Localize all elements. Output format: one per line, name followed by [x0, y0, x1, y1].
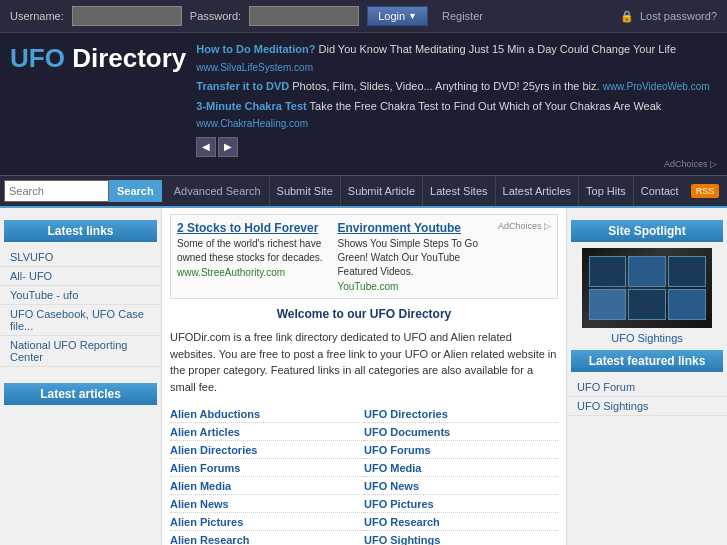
main-content: Latest links SLVUFO All- UFO YouTube - u…	[0, 208, 727, 545]
content-ad-0: 2 Stocks to Hold Forever Some of the wor…	[177, 221, 329, 292]
submit-article-link[interactable]: Submit Article	[340, 176, 422, 206]
ad-url-2[interactable]: www.ProVideoWeb.com	[603, 81, 710, 92]
cat-ufo-sightings[interactable]: UFO Sightings	[364, 531, 558, 545]
content-ad-url-0: www.StreeAuthority.com	[177, 267, 329, 278]
password-label: Password:	[190, 10, 241, 22]
contact-link[interactable]: Contact	[633, 176, 686, 206]
cat-ufo-directories[interactable]: UFO Directories	[364, 405, 558, 423]
cat-alien-news[interactable]: Alien News	[170, 495, 364, 513]
sidebar-link-3[interactable]: UFO Casebook, UFO Case file...	[0, 305, 161, 336]
cat-alien-research[interactable]: Alien Research	[170, 531, 364, 545]
content-ad-url-1: YouTube.com	[337, 281, 489, 292]
content-ad-title-1[interactable]: Environment Youtube	[337, 221, 489, 235]
search-box: Search	[0, 176, 166, 206]
ad-text-2: Photos, Film, Slides, Video... Anything …	[292, 80, 599, 92]
sidebar-link-0[interactable]: SLVUFO	[0, 248, 161, 267]
ad-url-1[interactable]: www.SilvaLifeSystem.com	[196, 62, 313, 73]
latest-links-title[interactable]: Latest links	[4, 220, 157, 242]
navbar: Search Advanced Search Submit Site Submi…	[0, 175, 727, 208]
spotlight-cell-4	[589, 289, 627, 320]
lost-password-link[interactable]: 🔒 Lost password?	[620, 10, 717, 23]
logo-directory: Directory	[72, 43, 186, 73]
categories-left: Alien Abductions Alien Articles Alien Di…	[170, 405, 364, 545]
username-input[interactable]	[72, 6, 182, 26]
cat-ufo-documents[interactable]: UFO Documents	[364, 423, 558, 441]
login-button[interactable]: Login ▼	[367, 6, 428, 26]
categories: Alien Abductions Alien Articles Alien Di…	[170, 405, 558, 545]
right-sidebar: Site Spotlight UFO Sightings Latest feat…	[567, 208, 727, 545]
spotlight-cell-2	[628, 256, 666, 287]
prev-arrow[interactable]: ◀	[196, 137, 216, 157]
spotlight-image[interactable]	[582, 248, 712, 328]
cat-ufo-research[interactable]: UFO Research	[364, 513, 558, 531]
ad-title-2: Transfer it to DVD	[196, 80, 289, 92]
site-logo: UFO Directory	[10, 41, 186, 171]
spotlight-title: Site Spotlight	[571, 220, 723, 242]
cat-alien-directories[interactable]: Alien Directories	[170, 441, 364, 459]
submit-site-link[interactable]: Submit Site	[269, 176, 340, 206]
spotlight-cell-1	[589, 256, 627, 287]
search-button[interactable]: Search	[109, 180, 162, 202]
center-content: 2 Stocks to Hold Forever Some of the wor…	[162, 208, 567, 545]
sidebar-link-4[interactable]: National UFO Reporting Center	[0, 336, 161, 367]
logo-ufo: UFO	[10, 43, 65, 73]
cat-ufo-media[interactable]: UFO Media	[364, 459, 558, 477]
ad-text-3: Take the Free Chakra Test to Find Out Wh…	[310, 100, 662, 112]
rss-icon[interactable]: RSS	[691, 184, 720, 198]
ad-title-1: How to Do Meditation?	[196, 43, 315, 55]
banner-ads: How to Do Meditation? Did You Know That …	[196, 41, 717, 171]
search-input[interactable]	[4, 180, 109, 202]
spotlight-grid	[589, 256, 706, 320]
cat-alien-forums[interactable]: Alien Forums	[170, 459, 364, 477]
featured-links-title: Latest featured links	[571, 350, 723, 372]
cat-ufo-pictures[interactable]: UFO Pictures	[364, 495, 558, 513]
cat-alien-articles[interactable]: Alien Articles	[170, 423, 364, 441]
cat-alien-pictures[interactable]: Alien Pictures	[170, 513, 364, 531]
banner: UFO Directory How to Do Meditation? Did …	[0, 33, 727, 175]
latest-sites-link[interactable]: Latest Sites	[422, 176, 494, 206]
ad-row-1: How to Do Meditation? Did You Know That …	[196, 41, 717, 76]
cat-ufo-news[interactable]: UFO News	[364, 477, 558, 495]
next-arrow[interactable]: ▶	[218, 137, 238, 157]
content-ad-1: Environment Youtube Shows You Simple Ste…	[337, 221, 489, 292]
banner-nav-arrows: ◀ ▶	[196, 137, 717, 157]
content-ads: 2 Stocks to Hold Forever Some of the wor…	[170, 214, 558, 299]
left-sidebar: Latest links SLVUFO All- UFO YouTube - u…	[0, 208, 162, 545]
username-label: Username:	[10, 10, 64, 22]
content-ad-title-0[interactable]: 2 Stocks to Hold Forever	[177, 221, 329, 235]
top-hits-link[interactable]: Top Hits	[578, 176, 633, 206]
ad-choices-banner: AdChoices ▷	[196, 157, 717, 171]
spotlight-caption: UFO Sightings	[567, 332, 727, 344]
header: Username: Password: Login ▼ Register 🔒 L…	[0, 0, 727, 33]
content-ad-text-0: Some of the world's richest have owned t…	[177, 237, 329, 265]
featured-link-0[interactable]: UFO Forum	[567, 378, 727, 397]
ad-title-3: 3-Minute Chakra Test	[196, 100, 306, 112]
dropdown-arrow-icon: ▼	[408, 11, 417, 21]
spotlight-image-inner	[582, 248, 712, 328]
featured-link-1[interactable]: UFO Sightings	[567, 397, 727, 416]
lock-icon: 🔒	[620, 10, 634, 22]
sidebar-link-1[interactable]: All- UFO	[0, 267, 161, 286]
password-input[interactable]	[249, 6, 359, 26]
ad-choices-content: AdChoices ▷	[498, 221, 551, 292]
categories-right: UFO Directories UFO Documents UFO Forums…	[364, 405, 558, 545]
ad-row-2: Transfer it to DVD Photos, Film, Slides,…	[196, 78, 717, 96]
cat-ufo-forums[interactable]: UFO Forums	[364, 441, 558, 459]
welcome-desc: UFODir.com is a free link directory dedi…	[170, 329, 558, 395]
content-ad-text-1: Shows You Simple Steps To Go Green! Watc…	[337, 237, 489, 279]
cat-alien-abductions[interactable]: Alien Abductions	[170, 405, 364, 423]
latest-articles-link[interactable]: Latest Articles	[495, 176, 578, 206]
ad-row-3: 3-Minute Chakra Test Take the Free Chakr…	[196, 98, 717, 133]
advanced-search-link[interactable]: Advanced Search	[166, 176, 269, 206]
register-link[interactable]: Register	[442, 10, 483, 22]
latest-articles-title[interactable]: Latest articles	[4, 383, 157, 405]
spotlight-cell-5	[628, 289, 666, 320]
spotlight-cell-6	[668, 289, 706, 320]
sidebar-link-2[interactable]: YouTube - ufo	[0, 286, 161, 305]
welcome-title: Welcome to our UFO Directory	[170, 307, 558, 321]
ad-text-1: Did You Know That Meditating Just 15 Min…	[319, 43, 677, 55]
cat-alien-media[interactable]: Alien Media	[170, 477, 364, 495]
spotlight-cell-3	[668, 256, 706, 287]
ad-url-3[interactable]: www.ChakraHealing.com	[196, 118, 308, 129]
